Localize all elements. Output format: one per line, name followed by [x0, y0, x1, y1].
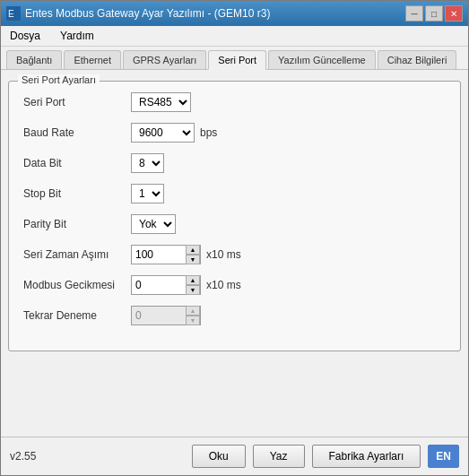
modbus-gecikmesi-unit: x10 ms [206, 279, 241, 291]
baud-rate-control: 1200 2400 4800 9600 19200 38400 57600 11… [131, 123, 217, 143]
tekrar-deneme-row: Tekrar Deneme ▲ ▼ [23, 306, 446, 325]
seri-port-label: Seri Port [23, 96, 131, 108]
fabrika-button[interactable]: Fabrika Ayarları [312, 445, 421, 468]
seri-port-control: RS485 RS232 [131, 92, 191, 112]
menu-bar: Dosya Yardım [1, 26, 468, 47]
seri-port-select[interactable]: RS485 RS232 [131, 92, 191, 112]
seri-zaman-input[interactable] [132, 246, 186, 264]
seri-zaman-spinner-buttons: ▲ ▼ [186, 245, 200, 264]
tekrar-deneme-spin-down: ▼ [186, 316, 200, 325]
modbus-gecikmesi-label: Modbus Gecikmesi [23, 279, 131, 291]
seri-zaman-unit: x10 ms [206, 248, 241, 261]
baud-rate-select[interactable]: 1200 2400 4800 9600 19200 38400 57600 11… [131, 123, 195, 143]
tab-ethernet[interactable]: Ethernet [64, 50, 121, 69]
content-area: Seri Port Ayarları Seri Port RS485 RS232… [1, 70, 468, 437]
seri-port-group: Seri Port Ayarları Seri Port RS485 RS232… [8, 81, 461, 351]
window-title: Entes Modbus Gateway Ayar Yazılımı - (GE… [25, 7, 270, 20]
footer: v2.55 Oku Yaz Fabrika Ayarları EN [1, 437, 468, 475]
main-window: E Entes Modbus Gateway Ayar Yazılımı - (… [0, 0, 469, 476]
stop-bit-label: Stop Bit [23, 187, 131, 200]
data-bit-row: Data Bit 7 8 [23, 153, 446, 173]
modbus-gecikmesi-spinner-buttons: ▲ ▼ [186, 275, 200, 295]
seri-zaman-row: Seri Zaman Aşımı ▲ ▼ x10 ms [23, 245, 446, 264]
parity-bit-control: Yok Tek Çift [131, 214, 176, 234]
parity-bit-label: Parity Bit [23, 218, 131, 230]
modbus-gecikmesi-spinner: ▲ ▼ [131, 275, 201, 295]
seri-zaman-spinner: ▲ ▼ [131, 245, 201, 264]
version-label: v2.55 [10, 450, 192, 463]
tekrar-deneme-control: ▲ ▼ [131, 306, 201, 325]
footer-buttons: Oku Yaz Fabrika Ayarları EN [192, 445, 459, 468]
title-buttons: ─ □ ✕ [405, 5, 463, 22]
tab-baglanti[interactable]: Bağlantı [6, 50, 62, 69]
data-bit-control: 7 8 [131, 153, 164, 173]
group-title: Seri Port Ayarları [18, 74, 100, 85]
svg-text:E: E [8, 9, 14, 19]
tekrar-deneme-label: Tekrar Deneme [23, 309, 131, 322]
seri-zaman-control: ▲ ▼ x10 ms [131, 245, 241, 264]
tab-seri-port[interactable]: Seri Port [208, 50, 266, 70]
baud-rate-row: Baud Rate 1200 2400 4800 9600 19200 3840… [23, 123, 446, 143]
maximize-button[interactable]: □ [425, 5, 443, 22]
title-bar-left: E Entes Modbus Gateway Ayar Yazılımı - (… [6, 6, 270, 21]
tabs-bar: Bağlantı Ethernet GPRS Ayarları Seri Por… [1, 47, 468, 70]
app-icon: E [6, 6, 21, 21]
stop-bit-control: 1 2 [131, 184, 164, 203]
parity-bit-row: Parity Bit Yok Tek Çift [23, 214, 446, 234]
title-bar: E Entes Modbus Gateway Ayar Yazılımı - (… [1, 1, 468, 26]
modbus-gecikmesi-spin-up[interactable]: ▲ [186, 275, 200, 285]
tab-gprs[interactable]: GPRS Ayarları [123, 50, 206, 69]
data-bit-select[interactable]: 7 8 [131, 153, 164, 173]
seri-zaman-label: Seri Zaman Aşımı [23, 248, 131, 261]
seri-port-row: Seri Port RS485 RS232 [23, 92, 446, 112]
tekrar-deneme-spin-up: ▲ [186, 306, 200, 316]
minimize-button[interactable]: ─ [405, 5, 423, 22]
stop-bit-row: Stop Bit 1 2 [23, 184, 446, 203]
language-button[interactable]: EN [428, 445, 459, 468]
tekrar-deneme-spinner: ▲ ▼ [131, 306, 201, 325]
yaz-button[interactable]: Yaz [253, 445, 305, 468]
modbus-gecikmesi-spin-down[interactable]: ▼ [186, 285, 200, 295]
stop-bit-select[interactable]: 1 2 [131, 184, 164, 203]
modbus-gecikmesi-input[interactable] [132, 276, 186, 294]
modbus-gecikmesi-row: Modbus Gecikmesi ▲ ▼ x10 ms [23, 275, 446, 295]
tab-cihaz[interactable]: Cihaz Bilgileri [378, 50, 457, 69]
menu-yardim[interactable]: Yardım [55, 28, 100, 44]
baud-rate-unit: bps [200, 126, 217, 139]
tab-yazilim[interactable]: Yazılım Güncelleme [268, 50, 376, 69]
tekrar-deneme-input [132, 307, 186, 325]
parity-bit-select[interactable]: Yok Tek Çift [131, 214, 176, 234]
close-button[interactable]: ✕ [445, 5, 463, 22]
modbus-gecikmesi-control: ▲ ▼ x10 ms [131, 275, 241, 295]
seri-zaman-spin-down[interactable]: ▼ [186, 255, 200, 264]
oku-button[interactable]: Oku [192, 445, 246, 468]
data-bit-label: Data Bit [23, 157, 131, 169]
seri-zaman-spin-up[interactable]: ▲ [186, 245, 200, 255]
menu-dosya[interactable]: Dosya [4, 28, 46, 44]
tekrar-deneme-spinner-buttons: ▲ ▼ [186, 306, 200, 325]
baud-rate-label: Baud Rate [23, 126, 131, 139]
